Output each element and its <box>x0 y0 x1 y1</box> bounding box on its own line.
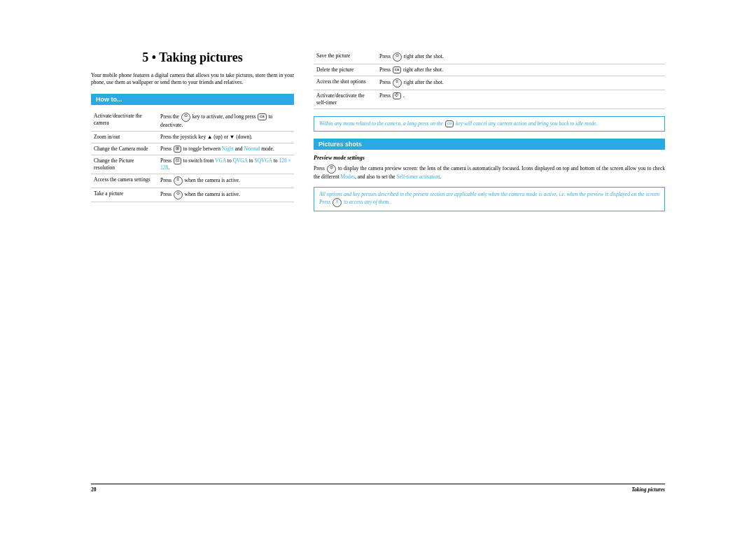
save-icon: ⊙ <box>393 52 402 62</box>
sqvga-link: SQVGA <box>254 157 272 164</box>
action-desc: Press the ⊙ key to activate, and long pr… <box>158 111 294 132</box>
action-label: Activate/deactivate the self-timer <box>314 90 377 108</box>
action-label: Zoom in/out <box>91 131 158 143</box>
blue-note-text2: key will cancel any current action and b… <box>454 120 597 127</box>
pictures-shots-bar: Pictures shots <box>314 139 665 150</box>
action-label: Change the Camera mode <box>91 143 158 155</box>
ca-icon: ca <box>258 113 266 120</box>
ca-del-icon: ca <box>393 66 401 73</box>
night-link: Night <box>222 146 234 152</box>
blue-note-box: Within any menu related to the camera, a… <box>314 116 665 132</box>
table-row: Zoom in/out Press the joystick key ▲ (up… <box>91 131 294 143</box>
modes-link: Modes <box>341 174 355 180</box>
ca-icon-note: ca <box>445 120 454 127</box>
take-icon: ⊙ <box>174 190 183 199</box>
res-icon: ⊡ <box>174 157 181 164</box>
action-label: Change the Picture resolution <box>91 155 158 174</box>
table-row: Access the camera settings Press ≡ when … <box>91 174 294 188</box>
footer-chapter: Taking pictures <box>631 486 665 493</box>
how-to-bar: How to... <box>91 94 294 105</box>
preview-text: Press ⊙ to display the camera preview sc… <box>314 164 665 181</box>
chapter-title: 5 • Taking pictures <box>91 50 294 65</box>
blue-note-text: Within any menu related to the camera, a… <box>319 120 444 127</box>
action-desc: Press ca right after the shot. <box>377 64 665 76</box>
action-label: Take a picture <box>91 188 158 202</box>
normal-link: Normal <box>244 146 260 152</box>
set-icon: ≡ <box>174 176 183 185</box>
right-top-table: Save the picture Press ⊙ right after the… <box>314 50 665 109</box>
table-row: Take a picture Press ⊙ when the camera i… <box>91 188 294 202</box>
qvga-link: QVGA <box>233 157 248 164</box>
action-label: Access the camera settings <box>91 174 158 188</box>
left-column: 5 • Taking pictures Your mobile phone fe… <box>91 50 294 484</box>
mode-icon: ⊞ <box>174 146 181 153</box>
opt-icon2: ≡ <box>332 198 342 207</box>
action-desc: Press ≡ right after the shot. <box>377 76 665 90</box>
intro-text: Your mobile phone features a digital cam… <box>91 72 294 87</box>
action-desc: Press the joystick key ▲ (up) or ▼ (down… <box>158 131 294 143</box>
page-number: 20 <box>91 486 97 493</box>
cam-icon: ⊙ <box>181 113 190 122</box>
table-row: Access the shot options Press ≡ right af… <box>314 76 665 90</box>
right-column: Save the picture Press ⊙ right after the… <box>314 50 665 484</box>
table-row: Activate/deactivate the self-timer Press… <box>314 90 665 108</box>
table-row: Activate/deactivate the camera Press the… <box>91 111 294 132</box>
action-label: Activate/deactivate the camera <box>91 111 158 132</box>
timer-icon: ⏱ <box>393 92 401 99</box>
action-desc: Press ⊡ to switch from VGA to QVGA to SQ… <box>158 155 294 174</box>
blue-note2-text2: to access any of them. <box>342 199 390 206</box>
selftimer-link: Self-timer activation <box>396 174 440 180</box>
table-row: Change the Picture resolution Press ⊡ to… <box>91 155 294 174</box>
vga-link: VGA <box>215 157 226 164</box>
table-row: Save the picture Press ⊙ right after the… <box>314 50 665 64</box>
page-container: 5 • Taking pictures Your mobile phone fe… <box>63 29 693 505</box>
action-desc: Press ⊙ when the camera is active. <box>158 188 294 202</box>
action-desc: Press ⊞ to toggle between Night and Norm… <box>158 143 294 155</box>
opt-icon: ≡ <box>393 78 402 87</box>
action-desc: Press ⊙ right after the shot. <box>377 50 665 64</box>
action-label: Access the shot options <box>314 76 377 90</box>
table-row: Delete the picture Press ca right after … <box>314 64 665 76</box>
footer: 20 Taking pictures <box>91 484 665 493</box>
preview-heading: Preview mode settings <box>314 155 665 161</box>
cam-preview-icon: ⊙ <box>327 164 336 174</box>
table-row: Change the Camera mode Press ⊞ to toggle… <box>91 143 294 155</box>
blue-note-box2: All options and key presses described in… <box>314 187 665 212</box>
action-desc: Press ⏱ . <box>377 90 665 108</box>
how-to-table: Activate/deactivate the camera Press the… <box>91 111 294 203</box>
action-desc: Press ≡ when the camera is active. <box>158 174 294 188</box>
action-label: Delete the picture <box>314 64 377 76</box>
action-label: Save the picture <box>314 50 377 64</box>
